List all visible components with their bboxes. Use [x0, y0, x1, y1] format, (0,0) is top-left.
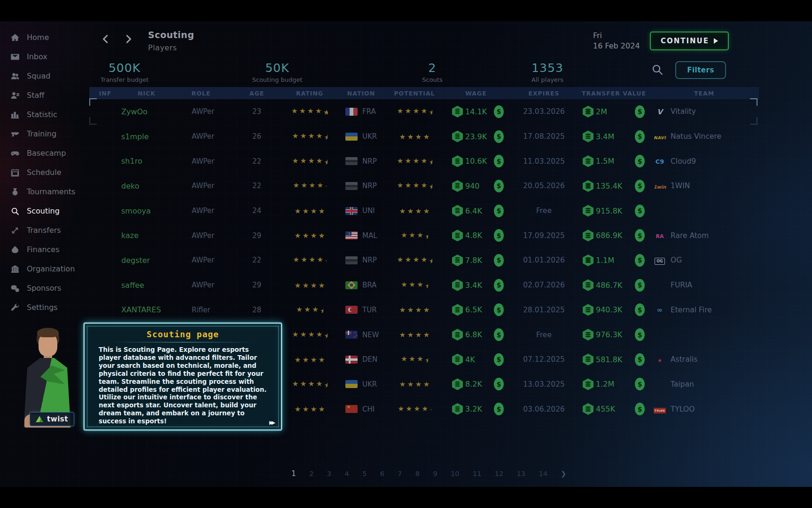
star-rating: ★★★★★	[396, 108, 433, 117]
wage-cell: 940$	[443, 180, 509, 192]
search-icon[interactable]	[651, 64, 664, 76]
sidebar-item-home[interactable]: Home	[0, 28, 89, 47]
wage-value: 7.8K	[465, 256, 482, 265]
player-row-deko[interactable]: dekoAWPer22★★★★★NRP★★★★★940$20.05.202613…	[89, 174, 759, 198]
sidebar-item-schedule[interactable]: Schedule	[0, 163, 89, 182]
sidebar-item-settings[interactable]: Settings	[0, 298, 89, 317]
nation-flag-tur	[345, 306, 358, 314]
nation-cell: NRP	[336, 182, 386, 190]
coins-icon	[583, 230, 593, 241]
page-4[interactable]: 4	[344, 470, 349, 477]
potential-cell: ★★★★★	[386, 181, 443, 191]
player-age: 29	[230, 231, 283, 240]
dollar-icon: $	[494, 130, 504, 143]
star-rating: ★★★★	[294, 282, 326, 289]
contract-expires: 07.12.2025	[509, 355, 578, 364]
star-rating: ★★★★	[296, 306, 324, 315]
sidebar-item-basecamp[interactable]: Basecamp	[0, 143, 89, 163]
page-3[interactable]: 3	[327, 470, 331, 477]
transfer-value-cell: 2M$	[578, 105, 649, 118]
page-14[interactable]: 14	[539, 470, 547, 477]
contract-expires: 28.01.2025	[509, 306, 578, 314]
player-row-sh1ro[interactable]: sh1roAWPer22★★★★★NRP★★★★★10.6K$11.03.202…	[89, 149, 759, 174]
page-title: Scouting Players	[148, 30, 194, 52]
page-1[interactable]: 1	[291, 469, 296, 478]
column-header-transfer-value[interactable]: TRANSFER VALUE	[578, 90, 649, 97]
column-header-age[interactable]: AGE	[230, 90, 283, 97]
rating-cell: ★★★★★	[283, 131, 336, 142]
coins-icon	[583, 403, 593, 415]
player-nick: saffee	[121, 281, 172, 290]
player-row-s1mple[interactable]: s1mpleAWPer26★★★★★UKR★★★★23.9K$17.08.202…	[89, 124, 759, 149]
column-header-expires[interactable]: EXPIRES	[509, 90, 578, 97]
column-header-potential[interactable]: POTENTIAL	[386, 90, 443, 97]
column-header-role[interactable]: ROLE	[172, 90, 230, 97]
star-rating: ★★★★	[294, 208, 326, 215]
filters-button[interactable]: Filters	[675, 61, 726, 79]
nation-flag-ukr	[345, 380, 358, 388]
page-8[interactable]: 8	[415, 470, 420, 477]
player-row-saffee[interactable]: saffeeAWPer29★★★★BRA★★★★3.4K$02.07.20264…	[89, 273, 759, 298]
page-11[interactable]: 11	[473, 470, 481, 477]
team-cell: OGOG	[649, 255, 759, 265]
column-header-inf[interactable]: INF	[89, 90, 121, 97]
team-name: Natus Vincere	[671, 132, 721, 141]
column-header-rating[interactable]: RATING	[283, 90, 336, 97]
potential-cell: ★★★★	[386, 280, 443, 290]
player-age: 24	[230, 206, 283, 215]
team-cell: 1win1WIN	[649, 182, 759, 190]
nation-flag-nrp	[345, 182, 358, 190]
column-header-team[interactable]: TEAM	[649, 90, 759, 97]
sidebar-item-statistic[interactable]: Statistic	[0, 105, 89, 124]
wage-value: 23.9K	[465, 132, 487, 141]
sidebar-item-training[interactable]: Training	[0, 124, 89, 143]
nation-code: NRP	[362, 256, 377, 264]
transfer-value-cell: 1.5M$	[578, 155, 649, 167]
star-rating: ★★★★★	[291, 133, 328, 142]
page-7[interactable]: 7	[398, 470, 402, 477]
player-row-kaze[interactable]: kazeAWPer29★★★★MAL★★★★4.8K$17.09.2025686…	[89, 223, 759, 248]
potential-cell: ★★★★★	[386, 156, 443, 167]
chevron-left-icon[interactable]	[101, 34, 111, 44]
dollar-icon: $	[635, 229, 645, 242]
nation-cell: TUR	[336, 306, 386, 314]
chevron-right-icon[interactable]	[123, 34, 133, 44]
wage-value: 4.8K	[465, 231, 482, 240]
contract-icon	[452, 180, 463, 192]
page-5[interactable]: 5	[362, 470, 367, 477]
page-13[interactable]: 13	[517, 470, 525, 477]
star-rating: ★★★★	[294, 357, 326, 364]
team-name: Cloud9	[671, 157, 696, 166]
page-12[interactable]: 12	[495, 470, 503, 477]
team-cell: NAVINatus Vincere	[649, 132, 759, 141]
player-row-smooya[interactable]: smooyaAWPer24★★★★UNI★★★★6.4K$Free915.8K$	[89, 198, 759, 223]
wage-cell: 6.4K$	[443, 205, 509, 217]
column-header-nick[interactable]: NICK	[121, 90, 172, 97]
sidebar-item-transfers[interactable]: Transfers	[0, 221, 89, 240]
column-header-nation[interactable]: NATION	[336, 90, 386, 97]
contract-icon	[452, 378, 463, 390]
settings-icon	[10, 303, 20, 312]
continue-button[interactable]: CONTINUE	[650, 32, 729, 50]
contract-icon	[452, 403, 463, 415]
transfer-value-cell: 486.7K$	[578, 279, 649, 292]
column-header-wage[interactable]: WAGE	[443, 90, 509, 97]
sidebar-item-organization[interactable]: Organization	[0, 259, 89, 278]
sidebar-item-finances[interactable]: Finances	[0, 240, 89, 259]
star-rating: ★★★★	[398, 332, 430, 339]
contract-icon	[452, 354, 463, 365]
sidebar-item-tournaments[interactable]: Tournaments	[0, 182, 89, 201]
page-10[interactable]: 10	[451, 470, 459, 477]
page-9[interactable]: 9	[433, 470, 437, 477]
sidebar-item-scouting[interactable]: Scouting	[0, 201, 89, 221]
next-page-chevron-icon[interactable]: ❯	[561, 470, 566, 477]
fast-forward-icon[interactable]: ▶▶	[269, 420, 273, 426]
sidebar-item-staff[interactable]: Staff	[0, 86, 89, 105]
player-row-degster[interactable]: degsterAWPer22★★★★★NRP★★★★★7.8K$01.01.20…	[89, 248, 759, 273]
page-6[interactable]: 6	[380, 470, 384, 477]
player-row-zywoo[interactable]: ZywOoAWPer23★★★★★FRA★★★★★14.1K$23.03.202…	[89, 99, 759, 124]
page-2[interactable]: 2	[309, 470, 313, 477]
player-row-xantares[interactable]: XANTARESRifler28★★★★TUR★★★★6.5K$28.01.20…	[89, 298, 759, 323]
sidebar-item-sponsors[interactable]: Sponsors	[0, 278, 89, 298]
team-logo-tyloo: TYLOO	[653, 405, 666, 413]
